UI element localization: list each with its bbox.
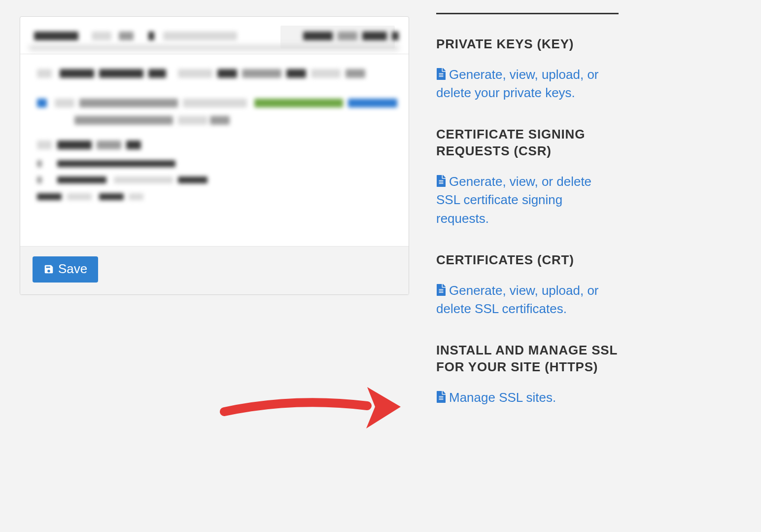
link-csr[interactable]: Generate, view, or delete SSL certificat… — [436, 174, 591, 226]
section-heading: PRIVATE KEYS (KEY) — [436, 36, 619, 53]
document-icon — [436, 391, 446, 403]
link-text: Manage SSL sites. — [449, 390, 556, 405]
section-heading: CERTIFICATE SIGNING REQUESTS (CSR) — [436, 126, 619, 160]
section-install-manage: INSTALL AND MANAGE SSL FOR YOUR SITE (HT… — [436, 342, 619, 407]
ssl-sidebar: PRIVATE KEYS (KEY) Generate, view, uploa… — [436, 13, 619, 430]
section-heading: INSTALL AND MANAGE SSL FOR YOUR SITE (HT… — [436, 342, 619, 376]
link-crt[interactable]: Generate, view, upload, or delete SSL ce… — [436, 283, 599, 317]
link-manage-ssl-sites[interactable]: Manage SSL sites. — [436, 390, 556, 405]
editor-toolbar — [20, 17, 409, 54]
save-icon — [43, 264, 54, 275]
annotation-arrow — [219, 382, 397, 436]
save-button[interactable]: Save — [33, 256, 98, 283]
link-text: Generate, view, upload, or delete SSL ce… — [436, 283, 599, 317]
section-private-keys: PRIVATE KEYS (KEY) Generate, view, uploa… — [436, 36, 619, 103]
document-icon — [436, 68, 446, 80]
section-crt: CERTIFICATES (CRT) Generate, view, uploa… — [436, 252, 619, 319]
sidebar-divider — [436, 13, 619, 14]
editor-footer: Save — [20, 247, 409, 294]
section-heading: CERTIFICATES (CRT) — [436, 252, 619, 269]
editor-panel: Save — [20, 16, 409, 295]
document-icon — [436, 284, 446, 296]
link-text: Generate, view, upload, or delete your p… — [436, 67, 599, 101]
save-button-label: Save — [58, 261, 87, 277]
section-csr: CERTIFICATE SIGNING REQUESTS (CSR) Gener… — [436, 126, 619, 228]
editor-body — [20, 54, 409, 247]
document-icon — [436, 175, 446, 187]
link-text: Generate, view, or delete SSL certificat… — [436, 174, 591, 226]
link-private-keys[interactable]: Generate, view, upload, or delete your p… — [436, 67, 599, 101]
